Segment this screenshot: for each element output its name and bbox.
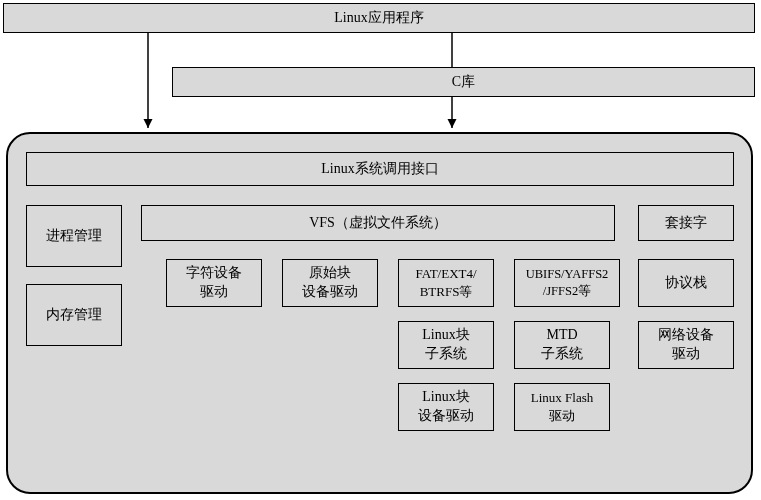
flashdrv-label: Linux Flash 驱动 xyxy=(531,389,593,424)
proto-label: 协议栈 xyxy=(665,274,707,293)
fs-box: FAT/EXT4/ BTRFS等 xyxy=(398,259,494,307)
blkdrv-box: Linux块 设备驱动 xyxy=(398,383,494,431)
socket-label: 套接字 xyxy=(665,214,707,233)
vfs-label: VFS（虚拟文件系统） xyxy=(309,214,447,233)
mem-label: 内存管理 xyxy=(46,306,102,325)
blksub-box: Linux块 子系统 xyxy=(398,321,494,369)
mtd-label: MTD 子系统 xyxy=(541,326,583,364)
flashdrv-box: Linux Flash 驱动 xyxy=(514,383,610,431)
vfs-box: VFS（虚拟文件系统） xyxy=(141,205,615,241)
syscall-box: Linux系统调用接口 xyxy=(26,152,734,186)
flashfs-label: UBIFS/YAFFS2 /JFFS2等 xyxy=(526,266,609,300)
char-box: 字符设备 驱动 xyxy=(166,259,262,307)
proc-box: 进程管理 xyxy=(26,205,122,267)
blksub-label: Linux块 子系统 xyxy=(422,326,469,364)
mem-box: 内存管理 xyxy=(26,284,122,346)
char-label: 字符设备 驱动 xyxy=(186,264,242,302)
rawblk-label: 原始块 设备驱动 xyxy=(302,264,358,302)
proc-label: 进程管理 xyxy=(46,227,102,246)
flashfs-box: UBIFS/YAFFS2 /JFFS2等 xyxy=(514,259,620,307)
mtd-box: MTD 子系统 xyxy=(514,321,610,369)
fs-label: FAT/EXT4/ BTRFS等 xyxy=(415,265,476,300)
blkdrv-label: Linux块 设备驱动 xyxy=(418,388,474,426)
arrow-app-to-kernel xyxy=(0,0,761,140)
syscall-label: Linux系统调用接口 xyxy=(321,160,438,179)
rawblk-box: 原始块 设备驱动 xyxy=(282,259,378,307)
socket-box: 套接字 xyxy=(638,205,734,241)
netdev-label: 网络设备 驱动 xyxy=(658,326,714,364)
netdev-box: 网络设备 驱动 xyxy=(638,321,734,369)
proto-box: 协议栈 xyxy=(638,259,734,307)
